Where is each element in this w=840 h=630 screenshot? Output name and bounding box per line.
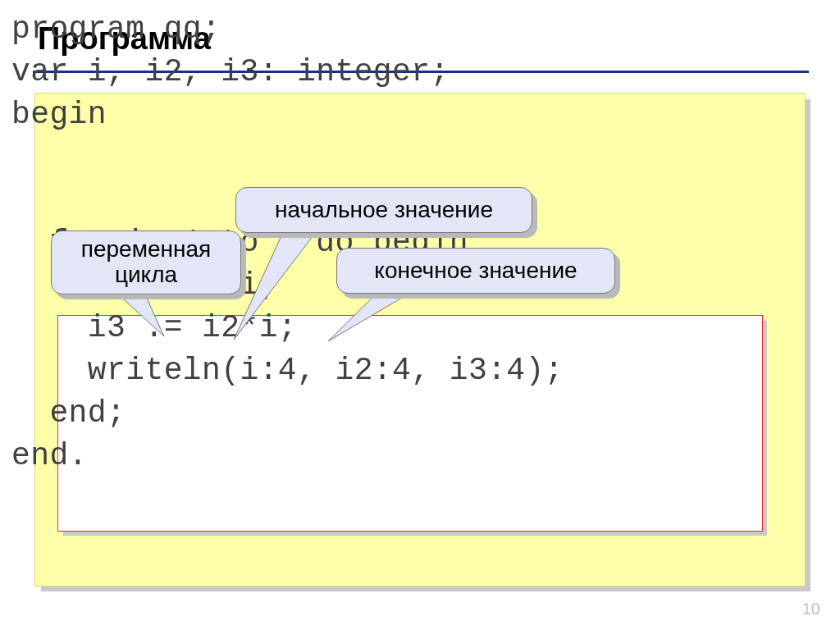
code-line: begin — [11, 97, 107, 132]
callout-label: начальное значение — [275, 198, 493, 223]
code-line: writeln(i:4, i2:4, i3:4); — [11, 353, 564, 388]
code-line: program qq; — [11, 11, 221, 47]
callout-end-value: конечное значение — [336, 248, 615, 294]
callout-label: переменная цикла — [81, 237, 211, 288]
callout-label: конечное значение — [374, 258, 577, 284]
code-line: end; — [11, 395, 126, 431]
callout-start-value: начальное значение — [235, 187, 532, 233]
callout-loop-var: переменная цикла — [51, 231, 241, 294]
slide-number: 10 — [802, 600, 820, 619]
code-line: i3 := i2*i; — [11, 310, 297, 345]
code-line: var i, i2, i3: integer; — [11, 54, 450, 89]
slide: Программа program qq; var i, i2, i3: int… — [0, 0, 840, 630]
code-line: end. — [11, 438, 88, 473]
